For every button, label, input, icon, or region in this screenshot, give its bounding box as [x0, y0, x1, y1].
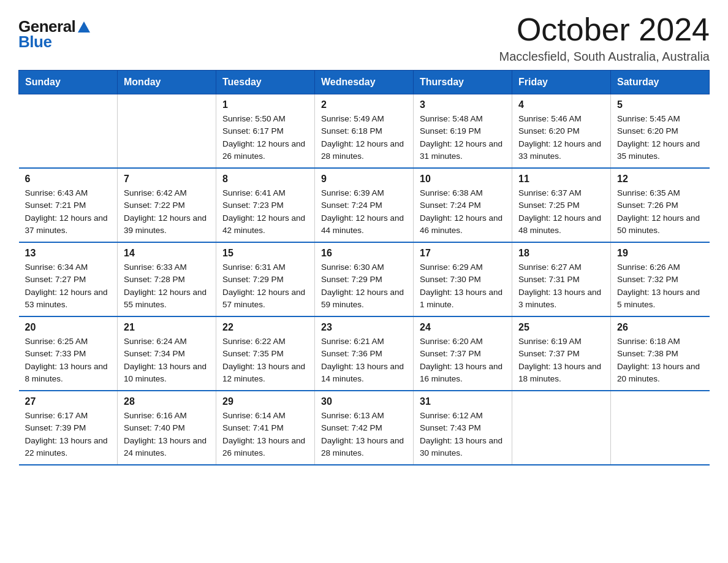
day-info: Sunrise: 5:48 AMSunset: 6:19 PMDaylight:… [420, 113, 506, 163]
day-number: 29 [222, 396, 308, 407]
weekday-header-friday: Friday [512, 71, 611, 94]
day-number: 26 [617, 322, 703, 333]
day-number: 19 [617, 248, 703, 259]
day-number: 8 [222, 174, 308, 185]
calendar-cell: 24Sunrise: 6:20 AMSunset: 7:37 PMDayligh… [414, 316, 512, 391]
day-number: 18 [518, 248, 604, 259]
calendar-cell: 29Sunrise: 6:14 AMSunset: 7:41 PMDayligh… [216, 391, 315, 465]
day-number: 31 [420, 396, 506, 407]
day-number: 22 [222, 322, 308, 333]
day-info: Sunrise: 6:12 AMSunset: 7:43 PMDaylight:… [420, 410, 506, 459]
calendar-cell: 4Sunrise: 5:46 AMSunset: 6:20 PMDaylight… [512, 94, 611, 169]
day-number: 3 [420, 99, 506, 110]
day-info: Sunrise: 6:22 AMSunset: 7:35 PMDaylight:… [222, 335, 308, 385]
day-info: Sunrise: 6:39 AMSunset: 7:24 PMDaylight:… [321, 187, 407, 237]
day-number: 28 [124, 396, 210, 407]
title-block: October 2024 Macclesfield, South Austral… [499, 12, 710, 64]
calendar-week-row: 20Sunrise: 6:25 AMSunset: 7:33 PMDayligh… [19, 316, 710, 391]
day-info: Sunrise: 6:13 AMSunset: 7:42 PMDaylight:… [321, 410, 407, 459]
calendar-cell: 10Sunrise: 6:38 AMSunset: 7:24 PMDayligh… [414, 168, 512, 242]
calendar-cell: 27Sunrise: 6:17 AMSunset: 7:39 PMDayligh… [19, 391, 118, 465]
weekday-header-tuesday: Tuesday [216, 71, 315, 94]
calendar-cell [611, 391, 710, 465]
weekday-header-thursday: Thursday [414, 71, 512, 94]
day-number: 13 [25, 248, 112, 259]
day-number: 25 [518, 322, 604, 333]
day-info: Sunrise: 6:41 AMSunset: 7:23 PMDaylight:… [222, 187, 308, 237]
calendar-cell: 7Sunrise: 6:42 AMSunset: 7:22 PMDaylight… [118, 168, 216, 242]
calendar-cell: 11Sunrise: 6:37 AMSunset: 7:25 PMDayligh… [512, 168, 611, 242]
calendar-cell: 17Sunrise: 6:29 AMSunset: 7:30 PMDayligh… [414, 242, 512, 316]
calendar-cell [19, 94, 118, 169]
day-info: Sunrise: 6:14 AMSunset: 7:41 PMDaylight:… [222, 410, 308, 459]
calendar-week-row: 13Sunrise: 6:34 AMSunset: 7:27 PMDayligh… [19, 242, 710, 316]
day-info: Sunrise: 6:24 AMSunset: 7:34 PMDaylight:… [124, 335, 210, 385]
day-info: Sunrise: 6:19 AMSunset: 7:37 PMDaylight:… [518, 335, 604, 385]
day-info: Sunrise: 6:38 AMSunset: 7:24 PMDaylight:… [420, 187, 506, 237]
subtitle: Macclesfield, South Australia, Australia [499, 50, 710, 64]
calendar-cell: 12Sunrise: 6:35 AMSunset: 7:26 PMDayligh… [611, 168, 710, 242]
calendar-cell: 22Sunrise: 6:22 AMSunset: 7:35 PMDayligh… [216, 316, 315, 391]
calendar-header-row: SundayMondayTuesdayWednesdayThursdayFrid… [19, 71, 710, 94]
day-info: Sunrise: 6:21 AMSunset: 7:36 PMDaylight:… [321, 335, 407, 385]
day-info: Sunrise: 6:43 AMSunset: 7:21 PMDaylight:… [25, 187, 112, 237]
calendar-cell: 26Sunrise: 6:18 AMSunset: 7:38 PMDayligh… [611, 316, 710, 391]
calendar-cell [118, 94, 216, 169]
day-info: Sunrise: 6:20 AMSunset: 7:37 PMDaylight:… [420, 335, 506, 385]
day-number: 24 [420, 322, 506, 333]
day-number: 30 [321, 396, 407, 407]
calendar-cell: 20Sunrise: 6:25 AMSunset: 7:33 PMDayligh… [19, 316, 118, 391]
day-info: Sunrise: 5:50 AMSunset: 6:17 PMDaylight:… [222, 113, 308, 163]
calendar-cell: 13Sunrise: 6:34 AMSunset: 7:27 PMDayligh… [19, 242, 118, 316]
calendar-week-row: 27Sunrise: 6:17 AMSunset: 7:39 PMDayligh… [19, 391, 710, 465]
day-info: Sunrise: 5:46 AMSunset: 6:20 PMDaylight:… [518, 113, 604, 163]
day-number: 10 [420, 174, 506, 185]
calendar-cell: 1Sunrise: 5:50 AMSunset: 6:17 PMDaylight… [216, 94, 315, 169]
calendar-table: SundayMondayTuesdayWednesdayThursdayFrid… [18, 70, 710, 465]
day-number: 17 [420, 248, 506, 259]
day-info: Sunrise: 6:35 AMSunset: 7:26 PMDaylight:… [617, 187, 703, 237]
calendar-cell: 23Sunrise: 6:21 AMSunset: 7:36 PMDayligh… [315, 316, 414, 391]
weekday-header-monday: Monday [118, 71, 216, 94]
day-number: 12 [617, 174, 703, 185]
calendar-cell [512, 391, 611, 465]
day-number: 1 [222, 99, 308, 110]
weekday-header-saturday: Saturday [611, 71, 710, 94]
day-info: Sunrise: 6:16 AMSunset: 7:40 PMDaylight:… [124, 410, 210, 459]
calendar-cell: 3Sunrise: 5:48 AMSunset: 6:19 PMDaylight… [414, 94, 512, 169]
calendar-cell: 18Sunrise: 6:27 AMSunset: 7:31 PMDayligh… [512, 242, 611, 316]
day-number: 27 [25, 396, 112, 407]
calendar-cell: 30Sunrise: 6:13 AMSunset: 7:42 PMDayligh… [315, 391, 414, 465]
calendar-cell: 5Sunrise: 5:45 AMSunset: 6:20 PMDaylight… [611, 94, 710, 169]
day-info: Sunrise: 6:29 AMSunset: 7:30 PMDaylight:… [420, 261, 506, 311]
day-number: 5 [617, 99, 703, 110]
day-number: 7 [124, 174, 210, 185]
day-info: Sunrise: 6:34 AMSunset: 7:27 PMDaylight:… [25, 261, 112, 311]
day-number: 15 [222, 248, 308, 259]
calendar-cell: 28Sunrise: 6:16 AMSunset: 7:40 PMDayligh… [118, 391, 216, 465]
day-info: Sunrise: 6:30 AMSunset: 7:29 PMDaylight:… [321, 261, 407, 311]
calendar-cell: 6Sunrise: 6:43 AMSunset: 7:21 PMDaylight… [19, 168, 118, 242]
calendar-cell: 9Sunrise: 6:39 AMSunset: 7:24 PMDaylight… [315, 168, 414, 242]
calendar-cell: 19Sunrise: 6:26 AMSunset: 7:32 PMDayligh… [611, 242, 710, 316]
day-number: 2 [321, 99, 407, 110]
day-info: Sunrise: 6:33 AMSunset: 7:28 PMDaylight:… [124, 261, 210, 311]
day-number: 9 [321, 174, 407, 185]
calendar-cell: 25Sunrise: 6:19 AMSunset: 7:37 PMDayligh… [512, 316, 611, 391]
calendar-cell: 8Sunrise: 6:41 AMSunset: 7:23 PMDaylight… [216, 168, 315, 242]
logo: General Blue [18, 17, 90, 52]
calendar-week-row: 1Sunrise: 5:50 AMSunset: 6:17 PMDaylight… [19, 94, 710, 169]
day-number: 14 [124, 248, 210, 259]
calendar-cell: 31Sunrise: 6:12 AMSunset: 7:43 PMDayligh… [414, 391, 512, 465]
day-number: 20 [25, 322, 112, 333]
weekday-header-sunday: Sunday [19, 71, 118, 94]
day-info: Sunrise: 6:42 AMSunset: 7:22 PMDaylight:… [124, 187, 210, 237]
day-info: Sunrise: 6:17 AMSunset: 7:39 PMDaylight:… [25, 410, 112, 459]
day-number: 4 [518, 99, 604, 110]
day-number: 11 [518, 174, 604, 185]
day-info: Sunrise: 6:27 AMSunset: 7:31 PMDaylight:… [518, 261, 604, 311]
calendar-cell: 16Sunrise: 6:30 AMSunset: 7:29 PMDayligh… [315, 242, 414, 316]
day-number: 16 [321, 248, 407, 259]
calendar-cell: 2Sunrise: 5:49 AMSunset: 6:18 PMDaylight… [315, 94, 414, 169]
weekday-header-wednesday: Wednesday [315, 71, 414, 94]
